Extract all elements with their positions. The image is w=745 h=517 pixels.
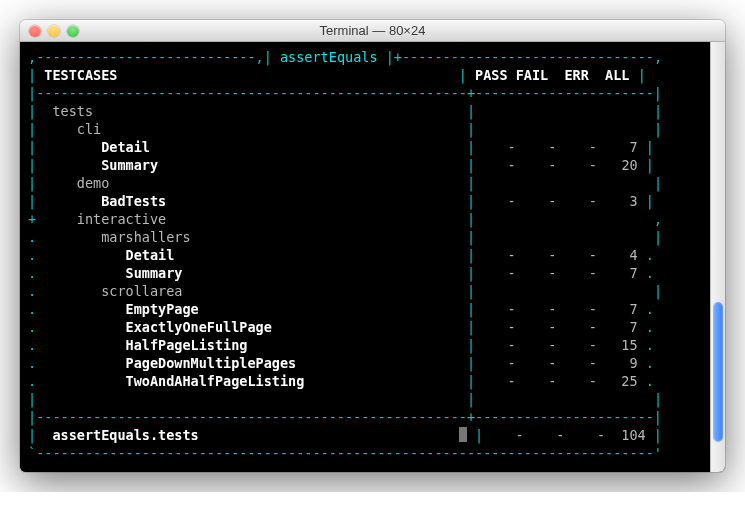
scrollbar-thumb[interactable] bbox=[713, 302, 723, 442]
zoom-icon[interactable] bbox=[67, 25, 79, 37]
window-title: Terminal — 80×24 bbox=[20, 23, 725, 38]
terminal-window: Terminal — 80×24 ,----------------------… bbox=[20, 20, 725, 472]
terminal-body[interactable]: ,---------------------------,| assertEqu… bbox=[20, 42, 710, 472]
minimize-icon[interactable] bbox=[48, 25, 60, 37]
terminal-body-wrap: ,---------------------------,| assertEqu… bbox=[20, 42, 725, 472]
scrollbar[interactable] bbox=[710, 42, 725, 472]
close-icon[interactable] bbox=[29, 25, 41, 37]
cursor bbox=[459, 427, 467, 442]
titlebar[interactable]: Terminal — 80×24 bbox=[20, 20, 725, 42]
traffic-lights bbox=[20, 25, 79, 37]
